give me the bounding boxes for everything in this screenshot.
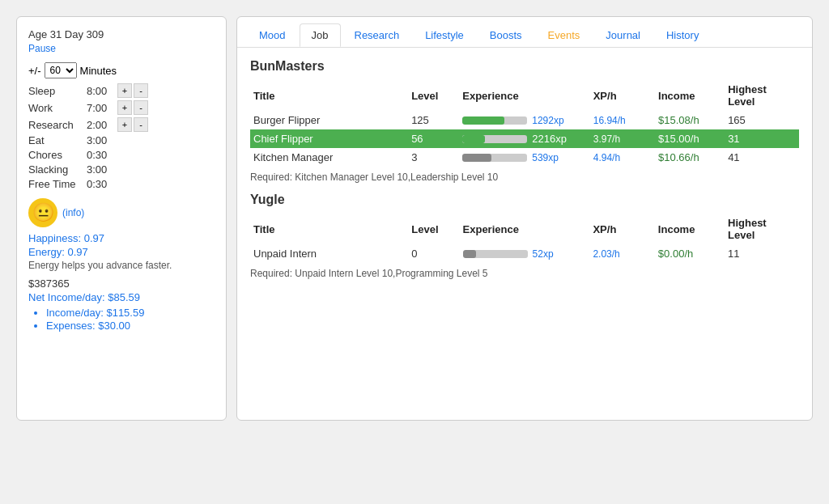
column-header: Level [408,80,459,111]
decrement-button[interactable]: - [134,100,148,115]
info-link[interactable]: (info) [62,207,84,218]
increment-button[interactable]: + [117,100,132,115]
job-xph: 4.94/h [590,148,655,167]
schedule-value: 2:00 [87,119,116,131]
job-income: $0.00/h [655,244,725,263]
xp-progress-bar [462,154,527,162]
decrement-button[interactable]: - [134,117,148,132]
tab-research[interactable]: Research [342,23,412,47]
tab-events[interactable]: Events [536,23,593,47]
schedule-row: Slacking 3:00 [28,163,215,176]
job-title: Chief Flipper [250,129,408,148]
money-display: $387365 [28,277,215,290]
job-title: Burger Flipper [250,111,408,129]
xp-value: 52xp [533,248,554,260]
job-title: Kitchen Manager [250,148,408,167]
column-header: Title [250,80,408,111]
company-name: Yugle [250,193,799,207]
pause-button[interactable]: Pause [28,43,56,54]
xp-progress-fill [463,250,476,258]
xp-progress-fill [462,135,485,143]
column-header: Highest Level [725,214,799,244]
xp-value: 539xp [532,152,559,163]
schedule-label: Research [28,119,87,131]
column-header: Experience [460,214,590,244]
job-experience: 52xp [460,244,590,263]
content-area: BunMastersTitleLevelExperienceXP/hIncome… [237,48,812,300]
schedule-label: Eat [28,134,87,146]
job-level: 3 [408,148,459,167]
job-row[interactable]: Burger Flipper125 1292xp 16.94/h$15.08/h… [250,111,799,129]
decrement-button[interactable]: - [134,83,148,98]
column-header: Highest Level [725,80,799,111]
energy-display: Energy: 0.97 [28,246,215,258]
schedule-value: 7:00 [87,102,116,114]
schedule-row: Sleep 8:00+ - [28,83,215,98]
income-list: Income/day: $115.59 Expenses: $30.00 [46,307,215,332]
minutes-select[interactable]: 60 30 15 [45,62,77,78]
job-xph: 3.97/h [590,129,655,148]
column-header: Experience [459,80,589,111]
schedule-label: Work [28,102,87,114]
job-table: TitleLevelExperienceXP/hIncomeHighest Le… [250,214,799,263]
tab-mood[interactable]: Mood [247,23,298,47]
job-row[interactable]: Unpaid Intern0 52xp 2.03/h$0.00/h11 [250,244,799,263]
job-income: $10.66/h [655,148,725,167]
job-xph: 16.94/h [590,111,655,129]
xp-progress-bar [462,116,527,125]
company-section: YugleTitleLevelExperienceXP/hIncomeHighe… [250,193,799,279]
column-header: XP/h [589,214,654,244]
job-experience: 539xp [459,148,589,167]
job-highest-level: 41 [725,148,799,167]
job-title: Unpaid Intern [250,244,408,263]
adjust-label: +/- [28,65,41,77]
job-level: 0 [408,244,459,263]
job-experience: 1292xp [459,111,589,129]
company-section: BunMastersTitleLevelExperienceXP/hIncome… [250,59,799,183]
job-highest-level: 165 [725,111,799,129]
tab-lifestyle[interactable]: Lifestyle [413,23,476,47]
schedule-value: 8:00 [87,85,116,97]
job-requirement: Required: Kitchen Manager Level 10,Leade… [250,172,799,183]
main-container: Age 31 Day 309 Pause +/- 60 30 15 Minute… [16,16,813,421]
column-header: Title [250,214,408,244]
job-income: $15.08/h [655,111,725,129]
net-income-display: Net Income/day: $85.59 [28,291,215,303]
job-level: 56 [408,129,459,148]
age-display: Age 31 Day 309 [28,28,215,40]
job-highest-level: 31 [725,129,799,148]
mood-emoji: 😐 [28,198,57,227]
job-requirement: Required: Unpaid Intern Level 10,Program… [250,268,799,279]
xp-progress-fill [462,116,504,125]
expenses-item: Expenses: $30.00 [46,320,215,332]
xp-progress-fill [462,154,491,162]
job-row[interactable]: Kitchen Manager3 539xp 4.94/h$10.66/h41 [250,148,799,167]
job-income: $15.00/h [655,129,725,148]
schedule-row: Research 2:00+ - [28,117,215,132]
right-panel: MoodJobResearchLifestyleBoostsEventsJour… [236,16,813,421]
increment-button[interactable]: + [117,83,132,98]
increment-button[interactable]: + [117,117,132,132]
minutes-label: Minutes [80,65,117,77]
job-xph: 2.03/h [589,244,654,263]
tab-job[interactable]: Job [300,23,341,47]
company-name: BunMasters [250,59,799,74]
job-experience: 2216xp [459,129,589,148]
mood-section: 😐 (info) [28,198,215,227]
xp-progress-bar [463,250,528,258]
tab-history[interactable]: History [654,23,711,47]
time-adjust-row: +/- 60 30 15 Minutes [28,62,215,78]
income-day-item: Income/day: $115.59 [46,307,215,319]
schedule-row: Free Time 0:30 [28,178,215,190]
schedule-row: Chores 0:30 [28,149,215,161]
left-panel: Age 31 Day 309 Pause +/- 60 30 15 Minute… [16,16,227,421]
tab-boosts[interactable]: Boosts [478,23,534,47]
energy-description: Energy helps you advance faster. [28,260,215,271]
job-table: TitleLevelExperienceXP/hIncomeHighest Le… [250,80,799,167]
schedule-row: Work 7:00+ - [28,100,215,115]
happiness-display: Happiness: 0.97 [28,232,215,244]
job-row[interactable]: Chief Flipper56 2216xp 3.97/h$15.00/h31 [250,129,799,148]
schedule-value: 3:00 [87,134,116,146]
tab-journal[interactable]: Journal [593,23,653,47]
schedule-value: 0:30 [87,149,116,161]
